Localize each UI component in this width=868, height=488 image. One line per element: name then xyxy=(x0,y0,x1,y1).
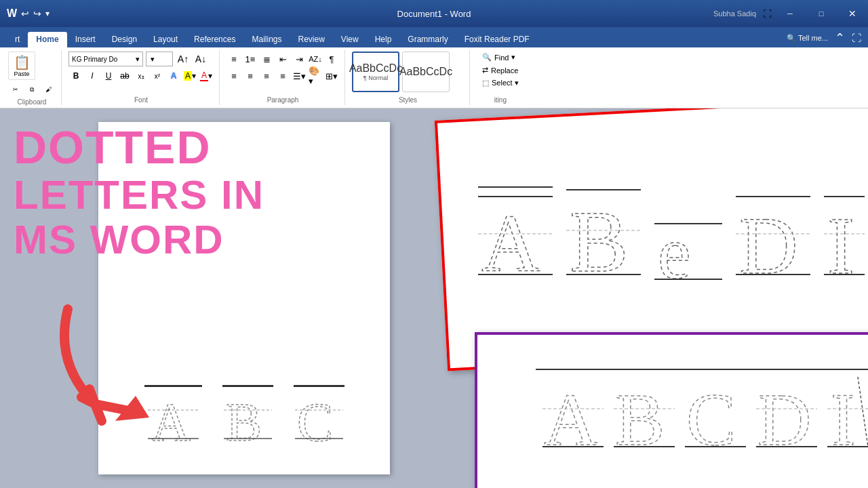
minimize-button[interactable]: ─ xyxy=(774,0,806,27)
replace-button[interactable]: ⇄ Replace xyxy=(477,64,524,76)
align-left-button[interactable]: ≡ xyxy=(226,68,241,83)
red-card-letter-e: e xyxy=(654,200,722,281)
bold-button[interactable]: B xyxy=(68,68,83,83)
strikethrough-button[interactable]: ab xyxy=(117,68,132,83)
font-size-selector[interactable]: ▾ xyxy=(146,52,173,66)
format-painter-button[interactable]: 🖌 xyxy=(41,82,56,97)
italic-button[interactable]: I xyxy=(85,68,100,83)
numbering-button[interactable]: 1≡ xyxy=(243,52,258,66)
superscript-button[interactable]: x² xyxy=(150,68,165,83)
red-card-letter-i: I xyxy=(824,193,865,281)
search-box[interactable]: 🔍 Tell me... xyxy=(787,34,828,43)
tab-design[interactable]: Design xyxy=(104,32,145,47)
small-letters-row: A B xyxy=(144,382,344,447)
borders-button[interactable]: ⊞▾ xyxy=(324,68,339,83)
close-button[interactable]: ✕ xyxy=(837,0,868,27)
tab-grammarly[interactable]: Grammarly xyxy=(399,32,456,47)
bullets-button[interactable]: ≡ xyxy=(226,52,241,66)
overlay-line3: MS WORD xyxy=(14,218,264,262)
arrow-icon xyxy=(41,296,163,431)
decrease-font-button[interactable]: A↓ xyxy=(193,52,208,66)
tab-file[interactable]: rt xyxy=(7,32,28,47)
justify-button[interactable]: ≡ xyxy=(275,68,290,83)
select-button[interactable]: ⬚ Select ▾ xyxy=(477,77,524,89)
svg-text:D: D xyxy=(757,378,811,455)
highlight-button[interactable]: A▾ xyxy=(182,68,197,83)
increase-font-button[interactable]: A↑ xyxy=(176,52,191,66)
find-icon: 🔍 xyxy=(482,53,492,62)
tab-mailings[interactable]: Mailings xyxy=(243,32,290,47)
editing-group: 🔍 Find ▾ ⇄ Replace ⬚ Select ▾ iting xyxy=(473,50,530,105)
maximize-button[interactable]: □ xyxy=(806,0,837,27)
styles-container: AaBbCcDc ¶ Normal AaBbCcDc xyxy=(352,52,450,92)
undo-icon[interactable]: ↩ xyxy=(21,8,29,19)
align-center-button[interactable]: ≡ xyxy=(243,68,258,83)
increase-indent-button[interactable]: ⇥ xyxy=(292,52,307,66)
window-controls[interactable]: Subha Sadiq ⛶ ─ □ ✕ xyxy=(713,0,868,27)
svg-text:B: B xyxy=(570,192,629,281)
find-button[interactable]: 🔍 Find ▾ xyxy=(477,52,524,63)
arrow-container xyxy=(41,296,163,434)
sort-button[interactable]: AZ↓ xyxy=(308,52,323,66)
share-icon: ⛶ xyxy=(763,9,772,19)
clipboard-group: 📋 Paste ✂ ⧉ 🖌 Clipboard xyxy=(4,50,62,105)
ribbon-minimize-icon[interactable]: ⌃ xyxy=(835,30,845,45)
svg-text:C: C xyxy=(297,392,333,447)
more-icon[interactable]: ▾ xyxy=(45,9,50,18)
paragraph-label: Paragraph xyxy=(226,95,339,104)
heading1-style-sample: AaBbCcDc xyxy=(399,66,452,78)
align-right-button[interactable]: ≡ xyxy=(259,68,274,83)
tab-references[interactable]: References xyxy=(186,32,243,47)
redo-icon[interactable]: ↪ xyxy=(33,8,41,19)
copy-button[interactable]: ⧉ xyxy=(24,82,39,97)
text-effects-button[interactable]: A xyxy=(166,68,181,83)
ribbon-tabs: rt Home Insert Design Layout References … xyxy=(0,27,868,47)
normal-style-sample: AaBbCcDc xyxy=(349,62,402,75)
select-label: Select ▾ xyxy=(492,79,519,87)
title-bar: W ↩ ↪ ▾ Document1 - Word Subha Sadiq ⛶ ─… xyxy=(0,0,868,27)
multilevel-list-button[interactable]: ≣ xyxy=(259,52,274,66)
heading1-style[interactable]: AaBbCcDc xyxy=(402,52,450,92)
font-name-selector[interactable]: KG Primary Do ▾ xyxy=(68,52,143,66)
font-formatting-row: B I U ab x₂ x² A A▾ A▾ xyxy=(68,68,214,83)
tab-review[interactable]: Review xyxy=(290,32,332,47)
svg-text:A: A xyxy=(544,378,597,455)
tab-help[interactable]: Help xyxy=(367,32,400,47)
shading-button[interactable]: 🎨▾ xyxy=(308,68,323,83)
tab-foxit[interactable]: Foxit Reader PDF xyxy=(456,32,538,47)
quick-access-toolbar[interactable]: W ↩ ↪ ▾ xyxy=(7,0,50,27)
editing-label: iting xyxy=(477,95,524,104)
tab-insert[interactable]: Insert xyxy=(67,32,104,47)
main-content: DOTTED LETTERS IN MS WORD xyxy=(0,108,868,488)
svg-line-43 xyxy=(858,377,868,447)
underline-button[interactable]: U xyxy=(101,68,116,83)
purple-letter-c-svg: C xyxy=(685,373,746,455)
normal-style[interactable]: AaBbCcDc ¶ Normal xyxy=(352,52,399,92)
purple-letter-d-svg: D xyxy=(756,373,817,455)
select-icon: ⬚ xyxy=(482,79,489,87)
tab-view[interactable]: View xyxy=(333,32,367,47)
font-name-value: KG Primary Do xyxy=(72,56,134,63)
multilevel-list-btn2[interactable]: ☰▾ xyxy=(292,68,307,83)
red-letter-b-svg: B xyxy=(566,186,641,281)
share-ribbon-icon[interactable]: ⛶ xyxy=(852,33,861,43)
right-panel: A B xyxy=(420,108,868,488)
red-letter-a-svg: A xyxy=(478,193,553,281)
paste-button[interactable]: 📋 Paste xyxy=(8,52,35,80)
cut-button[interactable]: ✂ xyxy=(8,82,23,97)
tab-layout[interactable]: Layout xyxy=(145,32,186,47)
red-letter-e-svg: e xyxy=(654,200,722,281)
svg-text:e: e xyxy=(658,211,691,281)
show-hide-button[interactable]: ¶ xyxy=(324,52,339,66)
ribbon-right-controls: 🔍 Tell me... ⌃ ⛶ xyxy=(787,30,861,45)
user-name: Subha Sadiq xyxy=(713,9,756,18)
tab-home[interactable]: Home xyxy=(28,32,66,47)
svg-text:C: C xyxy=(686,378,736,455)
overlay-text: DOTTED LETTERS IN MS WORD xyxy=(14,122,264,262)
letter-c-small: C xyxy=(294,382,344,447)
overlay-line1: DOTTED xyxy=(14,122,264,173)
subscript-button[interactable]: x₂ xyxy=(134,68,149,83)
font-color-button[interactable]: A▾ xyxy=(199,68,214,83)
decrease-indent-button[interactable]: ⇤ xyxy=(275,52,290,66)
red-card-letters: A B xyxy=(478,186,865,281)
